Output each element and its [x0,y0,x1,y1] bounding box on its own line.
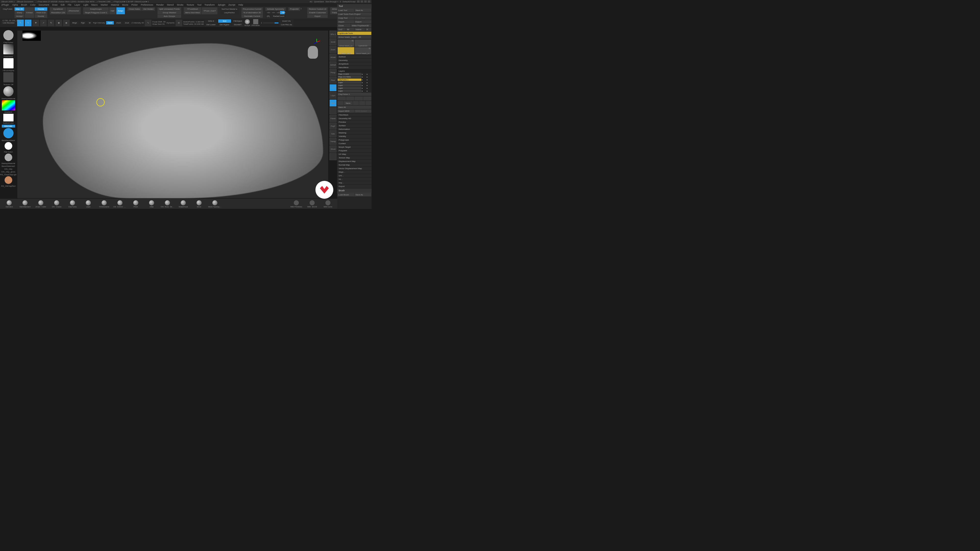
delhigher-button[interactable]: Del Higher [218,23,231,26]
basicmat-label[interactable]: BasicMaterial2 [2,165,15,167]
sidebar-icon-16[interactable] [329,153,337,160]
lowres-button[interactable]: Low Res vis [280,23,293,26]
sidebar-ghost[interactable]: Ghost [329,145,337,152]
focalshift-label[interactable]: Focal Shift -56 [152,21,165,23]
axis-gizmo[interactable] [313,38,321,46]
menu-texture[interactable]: Texture [186,3,194,6]
section-vector-displacement-map[interactable]: Vector Displacement Map [337,167,372,170]
defaultzscript[interactable]: DefaultZScript [342,0,355,3]
menu-render[interactable]: Render [156,3,164,6]
saveas2-button[interactable]: Save As [355,193,371,197]
import-button[interactable]: Import [337,20,354,24]
radial-button[interactable]: RadialCount [272,14,286,18]
section-uni-[interactable]: Uni… [337,174,372,177]
storemt-button[interactable]: StoreMT [232,23,243,26]
tool-thumb-0[interactable]: 31Armor headc_co [338,40,354,47]
brush-orb_extrem_poli[interactable]: Orb_Extrem_Poli [113,200,127,208]
mrgb-button[interactable]: Mrgb [71,21,78,24]
export-button[interactable]: Export [307,14,328,18]
double2-button[interactable]: Double [35,14,47,18]
layer-row-3[interactable]: Layer●● [337,81,372,84]
gizmo-button[interactable]: ◉ [56,20,62,26]
zadd-button[interactable]: Zadd [106,21,114,24]
menu-stencil[interactable]: Stencil [167,3,174,6]
viewport-thumbnail[interactable] [22,30,41,41]
brush-layer[interactable]: Layer [82,200,95,208]
sidebar-spix-3[interactable]: SPix 3 [329,30,337,38]
layer-row-1[interactable]: Pase 2 0.76991●● [337,76,372,78]
bakeall-button[interactable]: Bake All [337,106,371,109]
split-button[interactable]: Split Unmasked Points [158,7,181,11]
sidebar-scroll[interactable]: Scroll [329,38,337,45]
decimation-button[interactable]: % of decimation 20 [242,11,263,14]
viewport[interactable] [18,30,328,198]
section-fibermesh[interactable]: FiberMesh [337,113,372,117]
brush-panel-title[interactable]: Brush [337,189,372,193]
menu-zplugin[interactable]: ZPlugin [1,3,9,6]
menu-help[interactable]: Help [239,3,243,6]
section-geometry[interactable]: Geometry [337,59,372,62]
menu-picker[interactable]: Picker [131,3,138,6]
dellower-button[interactable]: Del Lower [205,23,217,26]
loadbrush-button[interactable]: Load Brush [337,193,354,197]
layer-row-4[interactable]: Layer●● [337,84,372,87]
pastetool-button[interactable]: Paste Tool [355,16,371,20]
dynamesh-button[interactable]: DynaMesh [50,7,66,11]
color-swatch[interactable] [3,114,14,121]
r-button[interactable]: R [366,28,371,31]
drawsize-label[interactable]: Draw Size 33 [152,23,165,25]
section-surface[interactable]: Surface [337,124,372,127]
section-nanomesh[interactable]: NanoMesh [337,65,372,69]
layer-row-6[interactable]: Layer●● [337,89,372,92]
menu-color[interactable]: Color [30,3,36,6]
loadtool-button[interactable]: Load Tool [337,9,354,12]
morph-icon[interactable] [245,19,250,24]
menu-transform[interactable]: Transform [204,3,215,6]
sidebar-frame[interactable]: Frame [329,115,337,122]
sculptris-button[interactable]: ◐ [63,20,70,26]
menu-macro[interactable]: Macro [91,3,98,6]
autogroups-button[interactable]: Auto Groups [158,14,181,18]
switchcolor-label[interactable]: SwitchColor [3,122,14,124]
draw-mode-button[interactable]: ✎ [25,20,32,26]
stroke-preview[interactable] [3,44,14,54]
alpha-preview[interactable] [3,58,14,68]
tool-thumb-1[interactable]: Cylinder3D [355,40,371,47]
smt-button[interactable]: Smt [218,19,231,23]
material-preview[interactable] [3,86,14,97]
zsub-button[interactable]: Zsub [115,21,123,24]
section-deformation[interactable]: Deformation [337,127,372,131]
section-export[interactable]: Export [337,184,372,188]
menu-file[interactable]: File [68,3,72,6]
timeline-slider[interactable] [263,22,278,24]
layer-inv-icon[interactable] [359,101,365,105]
claypolish-button[interactable]: ClayPolish [1,7,14,11]
brush-imm_3dcw[interactable]: IMM_3DCW [305,200,319,208]
invertvis-button[interactable]: Invert Vis [280,19,293,23]
all-button[interactable]: All [346,28,355,31]
layer-row-2[interactable]: ClayTubes 1●● [337,78,372,81]
closeholes-button[interactable]: Close Holes [127,7,142,11]
sdiv-button[interactable]: SDiv 6 [205,19,217,23]
menu-brush[interactable]: Brush [21,3,27,6]
lazymouse-icon[interactable]: ∿ [145,20,151,26]
loadfrom-button[interactable]: Load Tools From Project [337,13,371,16]
section-arraymesh[interactable]: ArrayMesh [337,62,372,65]
seethrough[interactable]: See-through » [325,0,339,3]
extract-button[interactable]: Extract [25,7,34,18]
menu-light[interactable]: Light [83,3,88,6]
menu-stroke[interactable]: Stroke [177,3,183,6]
layer-merge-icon[interactable] [363,97,372,100]
fillobject-button[interactable]: FillObject [232,19,243,23]
section-displacement-map[interactable]: Displacement Map [337,159,372,163]
makepolymesh-button[interactable]: Make PolyMesh3D [351,24,372,27]
sym-z-button[interactable]: >Z< [275,11,280,14]
section-masking[interactable]: Masking [337,131,372,135]
sym-x-button[interactable]: >X< [266,11,270,14]
sidebar-lsym[interactable]: LSym [329,92,337,99]
minimize-icon[interactable] [361,0,363,3]
saveas-button[interactable]: Save As [355,9,371,12]
decimate-button[interactable]: Decimate Current [242,14,263,18]
backface-preview[interactable] [3,128,14,138]
lightbox-button[interactable]: Lightbox►Tools [337,32,371,35]
